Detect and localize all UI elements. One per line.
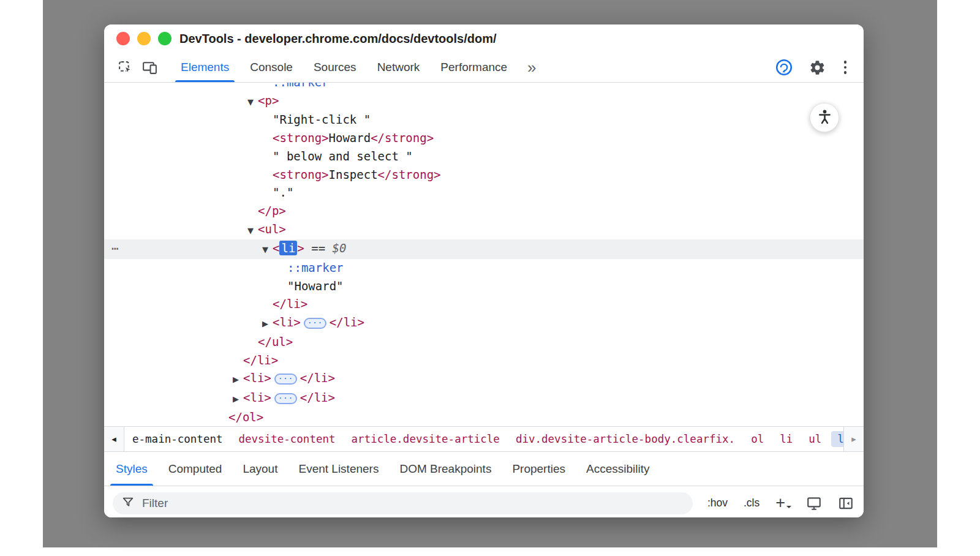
sync-icon[interactable] — [775, 58, 793, 77]
more-tabs-button[interactable]: » — [518, 59, 546, 75]
accessibility-button[interactable] — [810, 103, 839, 132]
token-tag: <p> — [258, 94, 279, 107]
token-tag: </li> — [273, 297, 307, 310]
hov-toggle[interactable]: :hov — [707, 497, 728, 509]
tree-line[interactable]: </ul> — [104, 333, 864, 351]
panel-toggle-icon[interactable] — [838, 495, 854, 511]
tab-accessibility[interactable]: Accessibility — [576, 452, 660, 486]
breadcrumb-forward-button[interactable]: ▸ — [843, 427, 864, 451]
breadcrumb-item[interactable]: ol — [743, 433, 772, 445]
expand-inline-icon[interactable]: ··· — [274, 374, 297, 385]
token-tag: </li> — [243, 353, 278, 367]
tree-line[interactable]: ::marker — [104, 83, 864, 92]
tab-event-listeners[interactable]: Event Listeners — [288, 452, 389, 486]
tree-line[interactable]: </li> — [104, 351, 864, 370]
token-tag: <li> — [243, 391, 271, 404]
inspect-element-icon[interactable] — [113, 55, 137, 80]
tree-line[interactable]: ▶<li>···</li> — [104, 369, 864, 389]
disclosure-down-icon[interactable]: ▼ — [247, 222, 258, 240]
window-titlebar: DevTools - developer.chrome.com/docs/dev… — [104, 24, 864, 53]
token-text: "Right-click " — [273, 113, 371, 126]
token-flag: $0 — [333, 241, 347, 255]
device-toolbar-icon[interactable] — [137, 55, 162, 80]
minimize-button[interactable] — [137, 32, 151, 45]
main-tabs: ElementsConsoleSourcesNetworkPerformance — [170, 53, 518, 82]
breadcrumb-item[interactable]: devsite-content — [231, 433, 344, 445]
devtools-window: DevTools - developer.chrome.com/docs/dev… — [104, 24, 864, 517]
tree-line[interactable]: ▶<li>···</li> — [104, 314, 864, 333]
tree-line[interactable]: <strong>Inspect</strong> — [104, 166, 864, 184]
token-text: "." — [273, 186, 293, 199]
tree-line[interactable]: ▶<li>···</li> — [104, 389, 864, 408]
tab-performance[interactable]: Performance — [430, 53, 518, 82]
tree-line[interactable]: </li> — [104, 295, 864, 314]
token-tag: </li> — [300, 391, 335, 404]
token-text: " below and select " — [273, 149, 413, 163]
token-tag: > — [297, 241, 304, 255]
disclosure-down-icon[interactable]: ▼ — [262, 241, 273, 259]
token-eq: == — [304, 241, 333, 255]
tab-computed[interactable]: Computed — [158, 452, 233, 486]
tab-sources[interactable]: Sources — [303, 53, 367, 82]
styles-tabs: StylesComputedLayoutEvent ListenersDOM B… — [104, 452, 864, 486]
filter-pill — [113, 492, 693, 514]
tree-line[interactable]: " below and select " — [104, 148, 864, 166]
accessibility-person-icon — [816, 108, 833, 127]
tab-styles[interactable]: Styles — [105, 452, 158, 486]
display-icon[interactable] — [806, 495, 822, 511]
filter-input[interactable] — [141, 496, 684, 511]
token-tag: <li> — [243, 371, 271, 385]
tree-line[interactable]: "." — [104, 184, 864, 202]
token-pseudo: ::marker — [273, 83, 329, 89]
tree-line[interactable]: ▼<ul> — [104, 220, 864, 240]
cls-toggle[interactable]: .cls — [744, 497, 760, 509]
breadcrumb-item[interactable]: ul — [801, 433, 829, 445]
expand-inline-icon[interactable]: ··· — [304, 318, 326, 329]
kebab-menu-icon[interactable] — [842, 58, 850, 77]
disclosure-right-icon[interactable]: ▶ — [262, 315, 273, 333]
breadcrumb-item[interactable]: li — [831, 431, 843, 447]
breadcrumb-item[interactable]: e-main-content — [124, 433, 231, 445]
tree-line[interactable]: ⋯▼<li> == $0 — [104, 239, 864, 259]
token-tag: <strong> — [273, 168, 329, 181]
tree-line[interactable]: "Right-click " — [104, 111, 864, 129]
devtools-toolbar: ElementsConsoleSourcesNetworkPerformance… — [104, 53, 864, 83]
tree-line[interactable]: ::marker — [104, 259, 864, 277]
tree-line[interactable]: </ol> — [104, 408, 864, 426]
tab-properties[interactable]: Properties — [502, 452, 576, 486]
tree-line[interactable]: </p> — [104, 202, 864, 220]
styles-filter-bar: :hov .cls + — [104, 486, 864, 517]
tab-dom-breakpoints[interactable]: DOM Breakpoints — [389, 452, 502, 486]
tab-console[interactable]: Console — [239, 53, 303, 82]
token-tag: </ol> — [228, 410, 263, 424]
token-tag: <strong> — [273, 131, 329, 145]
disclosure-down-icon[interactable]: ▼ — [247, 93, 258, 111]
tree-line[interactable]: <strong>Howard</strong> — [104, 129, 864, 148]
token-text: "Howard" — [287, 279, 344, 293]
new-style-rule-button[interactable]: + — [775, 495, 790, 511]
tab-network[interactable]: Network — [367, 53, 431, 82]
breadcrumb-back-button[interactable]: ◂ — [104, 427, 124, 451]
disclosure-right-icon[interactable]: ▶ — [233, 370, 243, 389]
tab-layout[interactable]: Layout — [232, 452, 288, 486]
dropdown-caret-icon — [786, 506, 791, 511]
breadcrumb-item[interactable]: li — [772, 433, 801, 445]
token-tag: <ul> — [258, 222, 286, 236]
tab-elements[interactable]: Elements — [170, 53, 239, 82]
token-tag: </ul> — [258, 335, 293, 348]
tree-line[interactable]: "Howard" — [104, 277, 864, 296]
close-button[interactable] — [116, 32, 130, 45]
settings-gear-icon[interactable] — [809, 59, 826, 76]
dom-tree[interactable]: ::marker▼<p>"Right-click "<strong>Howard… — [104, 83, 864, 426]
expand-inline-icon[interactable]: ··· — [274, 393, 297, 404]
disclosure-right-icon[interactable]: ▶ — [233, 390, 243, 408]
tree-line[interactable]: ▼<p> — [104, 92, 864, 111]
token-tag: </strong> — [371, 131, 434, 145]
node-overflow-icon[interactable]: ⋯ — [111, 239, 119, 258]
token-tag: </strong> — [378, 168, 441, 181]
breadcrumb-item[interactable]: div.devsite-article-body.clearfix. — [508, 433, 743, 445]
breadcrumb-strip: e-main-contentdevsite-contentarticle.dev… — [124, 427, 843, 451]
plus-icon: + — [775, 494, 785, 512]
breadcrumb-item[interactable]: article.devsite-article — [344, 433, 508, 445]
zoom-button[interactable] — [158, 32, 172, 45]
